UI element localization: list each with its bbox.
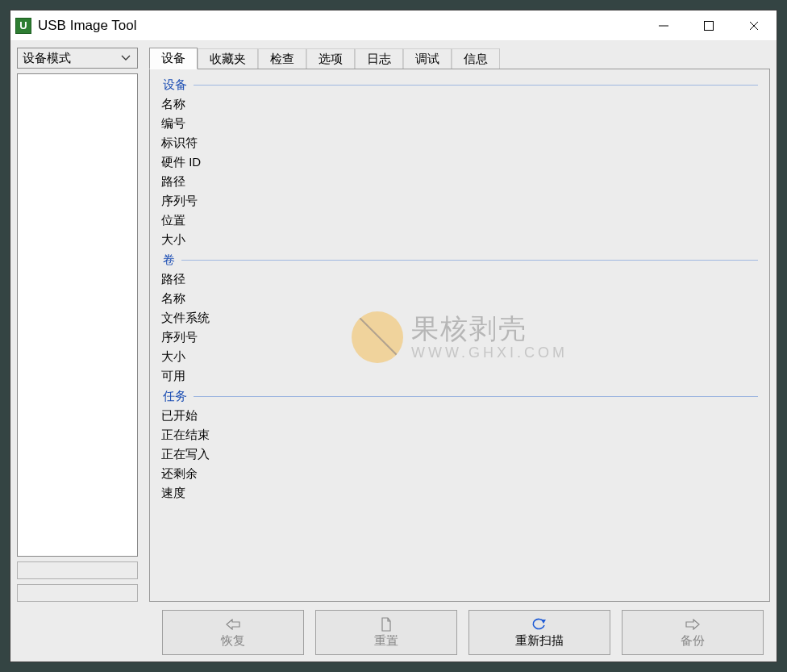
rescan-button[interactable]: 重新扫描 (468, 610, 610, 655)
field-task-remaining: 还剩余 (161, 464, 758, 483)
app-icon: U (15, 18, 31, 34)
group-volume-title: 卷 (161, 253, 177, 268)
field-serial: 序列号 (161, 191, 758, 211)
rescan-button-label: 重新扫描 (515, 633, 564, 649)
field-name: 名称 (161, 94, 758, 114)
field-task-ending: 正在结束 (161, 425, 758, 445)
tab-device[interactable]: 设备 (149, 48, 198, 69)
reset-button-label: 重置 (374, 633, 398, 649)
tab-favorites[interactable]: 收藏夹 (198, 48, 258, 69)
button-row: 恢复 重置 重新扫描 备份 (17, 610, 770, 655)
tab-panel-device: 设备 名称 编号 标识符 硬件 ID 路径 序列号 位置 大小 (149, 69, 770, 602)
main-row: 设备模式 设备 收藏夹 检查 选项 日志 调试 信息 (17, 48, 770, 602)
close-button[interactable] (731, 10, 777, 40)
field-vol-path: 路径 (161, 269, 758, 289)
field-vol-name: 名称 (161, 289, 758, 308)
mode-select-value: 设备模式 (23, 51, 71, 66)
window-title: USB Image Tool (38, 18, 641, 34)
tab-log[interactable]: 日志 (355, 48, 403, 69)
right-column: 设备 收藏夹 检查 选项 日志 调试 信息 设备 名称 (149, 48, 770, 602)
mode-select[interactable]: 设备模式 (17, 48, 138, 69)
svg-marker-6 (686, 620, 699, 629)
left-column: 设备模式 (17, 48, 138, 602)
minimize-button[interactable] (641, 10, 686, 40)
group-device-title: 设备 (161, 77, 189, 93)
field-vol-size: 大小 (161, 347, 758, 366)
tab-info[interactable]: 信息 (452, 48, 500, 69)
field-vol-free: 可用 (161, 366, 758, 386)
document-icon (378, 617, 394, 632)
field-path: 路径 (161, 172, 758, 191)
chevron-down-icon (118, 51, 134, 65)
group-device: 设备 名称 编号 标识符 硬件 ID 路径 序列号 位置 大小 (161, 77, 758, 249)
svg-rect-1 (705, 21, 714, 30)
device-listbox[interactable] (17, 73, 138, 557)
status-strip-2 (17, 584, 138, 602)
group-volume: 卷 路径 名称 文件系统 序列号 大小 可用 (161, 253, 758, 386)
field-identifier: 标识符 (161, 133, 758, 152)
field-size: 大小 (161, 230, 758, 249)
status-strip-1 (17, 561, 138, 579)
field-task-speed: 速度 (161, 483, 758, 503)
field-number: 编号 (161, 114, 758, 133)
svg-marker-5 (541, 620, 546, 624)
restore-button[interactable]: 恢复 (162, 610, 304, 655)
titlebar[interactable]: U USB Image Tool (10, 10, 777, 41)
tab-check[interactable]: 检查 (258, 48, 306, 69)
arrow-right-icon (685, 617, 701, 632)
app-window: U USB Image Tool 设备模式 (10, 10, 777, 662)
tab-debug[interactable]: 调试 (403, 48, 452, 69)
restore-button-label: 恢复 (221, 633, 245, 649)
window-controls (641, 10, 777, 40)
reset-button[interactable]: 重置 (315, 610, 457, 655)
field-vol-serial: 序列号 (161, 328, 758, 347)
arrow-left-icon (225, 617, 241, 632)
tab-bar: 设备 收藏夹 检查 选项 日志 调试 信息 (149, 48, 770, 69)
svg-marker-4 (227, 620, 239, 629)
client-area: 设备模式 设备 收藏夹 检查 选项 日志 调试 信息 (10, 41, 777, 662)
tab-options[interactable]: 选项 (306, 48, 355, 69)
group-task: 任务 已开始 正在结束 正在写入 还剩余 速度 (161, 389, 758, 503)
refresh-icon (531, 617, 548, 632)
field-task-started: 已开始 (161, 406, 758, 425)
field-location: 位置 (161, 211, 758, 230)
field-hardware-id: 硬件 ID (161, 152, 758, 172)
field-vol-filesystem: 文件系统 (161, 308, 758, 328)
group-task-title: 任务 (161, 389, 189, 404)
backup-button[interactable]: 备份 (622, 610, 764, 655)
maximize-button[interactable] (686, 10, 731, 40)
backup-button-label: 备份 (681, 633, 705, 649)
field-task-writing: 正在写入 (161, 445, 758, 464)
